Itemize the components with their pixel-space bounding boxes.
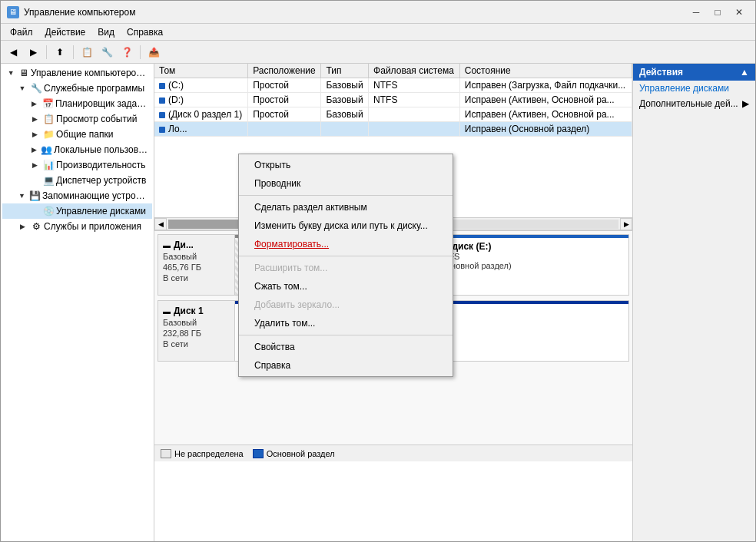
context-menu-separator bbox=[239, 335, 453, 335]
disk-size: 465,76 ГБ bbox=[163, 263, 230, 272]
sidebar-item-tools[interactable]: ▼ 🔧 Служебные программы bbox=[2, 81, 152, 96]
legend-box-unallocated bbox=[161, 449, 171, 458]
context-menu-separator bbox=[239, 195, 453, 196]
menu-bar: Файл Действие Вид Справка bbox=[1, 24, 755, 41]
col-header-fs[interactable]: Файловая система bbox=[369, 64, 460, 78]
cell-tom: (C:) bbox=[154, 78, 248, 93]
sidebar-item-label-devmgr: Диспетчер устройств bbox=[56, 175, 146, 186]
expand-icon-diskmgmt[interactable] bbox=[28, 205, 41, 217]
expand-icon-perf[interactable]: ▶ bbox=[28, 159, 41, 171]
cell-location bbox=[248, 122, 321, 137]
diskmgmt-icon: 💿 bbox=[42, 205, 55, 217]
close-button[interactable]: ✕ bbox=[729, 5, 749, 20]
disk-network: В сети bbox=[163, 339, 230, 349]
context-menu-item[interactable]: Открыть bbox=[239, 156, 453, 174]
cell-location: Простой bbox=[248, 78, 321, 93]
sidebar-item-viewer[interactable]: ▶ 📋 Просмотр событий bbox=[2, 111, 152, 127]
cell-status: Исправен (Загрузка, Файл подкачки... bbox=[459, 78, 632, 93]
context-menu-item[interactable]: Справка bbox=[239, 356, 453, 375]
sidebar-item-label-tools: Служебные программы bbox=[44, 83, 144, 94]
col-header-type[interactable]: Тип bbox=[321, 64, 369, 78]
root-icon: 🖥 bbox=[18, 67, 30, 79]
cell-type: Базовый bbox=[321, 93, 369, 107]
minimize-button[interactable]: ─ bbox=[686, 5, 706, 20]
toolbar-help[interactable]: ❓ bbox=[118, 44, 136, 61]
table-row[interactable]: (D:) Простой Базовый NTFS Исправен (Акти… bbox=[154, 93, 632, 107]
context-menu-item[interactable]: Свойства bbox=[239, 338, 453, 356]
tools-icon: 🔧 bbox=[30, 82, 42, 94]
storage-icon: 💾 bbox=[29, 190, 41, 202]
context-menu-item[interactable]: Изменить букву диска или путь к диску... bbox=[239, 216, 453, 235]
sidebar-item-label-localusers: Локальные пользовате... bbox=[54, 144, 149, 155]
sidebar-item-root[interactable]: ▼ 🖥 Управление компьютером (л... bbox=[2, 65, 152, 81]
actions-collapse-icon[interactable]: ▲ bbox=[740, 67, 749, 78]
services-icon: ⚙ bbox=[30, 220, 42, 233]
expand-icon-root[interactable]: ▼ bbox=[5, 67, 17, 79]
maximize-button[interactable]: □ bbox=[708, 5, 728, 20]
menu-file[interactable]: Файл bbox=[4, 25, 39, 39]
cell-fs: NTFS bbox=[369, 93, 460, 107]
expand-icon-scheduler[interactable]: ▶ bbox=[28, 97, 40, 110]
h-scroll-right[interactable]: ▶ bbox=[620, 218, 632, 230]
table-row[interactable]: Ло... Исправен (Основной раздел) bbox=[154, 122, 632, 137]
actions-header: Действия ▲ bbox=[633, 64, 755, 81]
action-disk-mgmt[interactable]: Управление дисками bbox=[633, 81, 755, 96]
cell-fs: NTFS bbox=[369, 78, 460, 93]
toolbar-properties[interactable]: 🔧 bbox=[98, 44, 116, 61]
toolbar-forward[interactable]: ▶ bbox=[24, 44, 42, 61]
cell-type: Базовый bbox=[321, 107, 369, 122]
menu-view[interactable]: Вид bbox=[91, 25, 121, 39]
sidebar-item-devmgr[interactable]: 💻 Диспетчер устройств bbox=[2, 173, 152, 188]
toolbar-extra[interactable]: 📤 bbox=[144, 44, 163, 61]
sidebar-item-perf[interactable]: ▶ 📊 Производительность bbox=[2, 157, 152, 173]
table-row[interactable]: (Диск 0 раздел 1) Простой Базовый Исправ… bbox=[154, 107, 632, 122]
sidebar-item-services[interactable]: ▶ ⚙ Службы и приложения bbox=[2, 219, 152, 234]
context-menu-item[interactable]: Удалить том... bbox=[239, 314, 453, 332]
toolbar-up[interactable]: ⬆ bbox=[51, 44, 69, 61]
cell-location: Простой bbox=[248, 93, 321, 107]
disk-network: В сети bbox=[163, 273, 230, 283]
menu-help[interactable]: Справка bbox=[121, 25, 169, 39]
sidebar-item-scheduler[interactable]: ▶ 📅 Планировщик заданий bbox=[2, 96, 152, 111]
legend-unallocated: Не распределена bbox=[161, 449, 244, 458]
disk-label-title: ▬ Ди... bbox=[163, 240, 230, 250]
expand-icon-viewer[interactable]: ▶ bbox=[28, 113, 41, 125]
expand-icon-localusers[interactable]: ▶ bbox=[28, 144, 39, 156]
sidebar-item-storage[interactable]: ▼ 💾 Запоминающие устройст... bbox=[2, 188, 152, 203]
action-more[interactable]: Дополнительные дей... ▶ bbox=[633, 96, 755, 111]
sidebar-item-diskmgmt[interactable]: 💿 Управление дисками bbox=[2, 203, 152, 219]
sidebar-item-label-viewer: Просмотр событий bbox=[56, 114, 137, 124]
title-bar: 🖥 Управление компьютером ─ □ ✕ bbox=[1, 1, 755, 24]
context-menu-item: Расширить том... bbox=[239, 259, 453, 277]
expand-icon-services[interactable]: ▶ bbox=[16, 220, 28, 233]
toolbar-show-hide[interactable]: 📋 bbox=[78, 44, 96, 61]
context-menu[interactable]: ОткрытьПроводникСделать раздел активнымИ… bbox=[238, 154, 453, 377]
context-menu-item[interactable]: Сделать раздел активным bbox=[239, 198, 453, 216]
context-menu-item[interactable]: Форматировать... bbox=[239, 235, 453, 253]
scheduler-icon: 📅 bbox=[41, 97, 53, 110]
expand-icon-tools[interactable]: ▼ bbox=[16, 82, 28, 94]
expand-icon-shared[interactable]: ▶ bbox=[28, 128, 41, 140]
disk-label: ▬ Ди... Базовый 465,76 ГБ В сети bbox=[158, 235, 235, 295]
status-bar: Не распределена Основной раздел bbox=[154, 445, 632, 461]
expand-icon-storage[interactable]: ▼ bbox=[16, 190, 28, 202]
context-menu-item[interactable]: Сжать том... bbox=[239, 277, 453, 296]
sidebar-item-localusers[interactable]: ▶ 👥 Локальные пользовате... bbox=[2, 142, 152, 157]
col-header-tom[interactable]: Том bbox=[154, 64, 248, 78]
toolbar-back[interactable]: ◀ bbox=[4, 44, 22, 61]
cell-status: Исправен (Активен, Основной ра... bbox=[459, 93, 632, 107]
legend-box-primary bbox=[253, 449, 264, 458]
cell-tom: (D:) bbox=[154, 93, 248, 107]
legend-primary: Основной раздел bbox=[253, 449, 335, 458]
table-row[interactable]: (C:) Простой Базовый NTFS Исправен (Загр… bbox=[154, 78, 632, 93]
action-more-label: Дополнительные дей... bbox=[639, 98, 738, 109]
context-menu-item[interactable]: Проводник bbox=[239, 174, 453, 193]
expand-icon-devmgr[interactable] bbox=[28, 174, 41, 187]
sidebar: ▼ 🖥 Управление компьютером (л... ▼ 🔧 Слу… bbox=[1, 64, 154, 541]
col-header-status[interactable]: Состояние bbox=[459, 64, 632, 78]
menu-action[interactable]: Действие bbox=[39, 25, 92, 39]
h-scroll-left[interactable]: ◀ bbox=[154, 218, 167, 230]
col-header-location[interactable]: Расположение bbox=[248, 64, 321, 78]
action-more-icon: ▶ bbox=[742, 98, 749, 109]
sidebar-item-shared[interactable]: ▶ 📁 Общие папки bbox=[2, 127, 152, 142]
